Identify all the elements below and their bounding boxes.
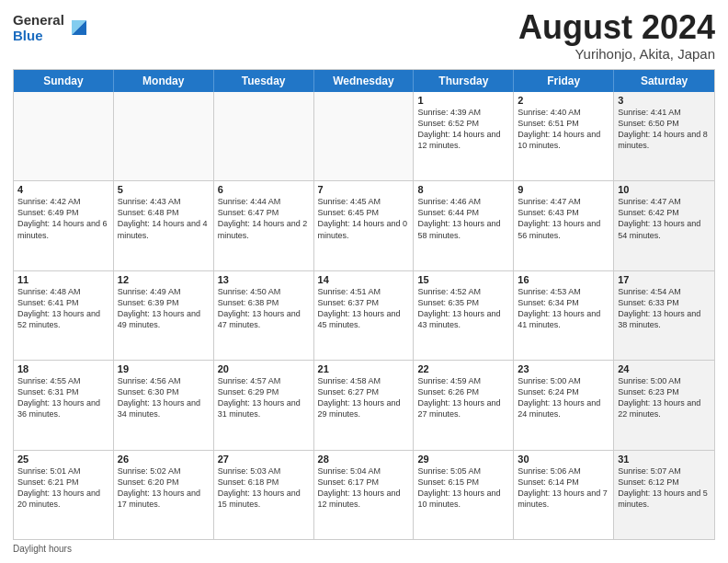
logo-blue: Blue — [13, 29, 64, 44]
day-number: 8 — [417, 184, 509, 195]
day-number: 18 — [17, 363, 109, 374]
cell-text: Sunrise: 5:03 AM Sunset: 6:18 PM Dayligh… — [218, 465, 310, 511]
calendar-cell: 11Sunrise: 4:48 AM Sunset: 6:41 PM Dayli… — [14, 271, 114, 360]
page: General Blue August 2024 Yurihonjo, Akit… — [0, 0, 728, 563]
day-number: 12 — [118, 274, 210, 285]
title-location: Yurihonjo, Akita, Japan — [518, 46, 715, 62]
day-number: 6 — [218, 184, 310, 195]
cell-text: Sunrise: 5:07 AM Sunset: 6:12 PM Dayligh… — [618, 465, 711, 511]
day-number: 21 — [318, 363, 410, 374]
cell-text: Sunrise: 4:48 AM Sunset: 6:41 PM Dayligh… — [17, 286, 109, 331]
cell-text: Sunrise: 5:04 AM Sunset: 6:17 PM Dayligh… — [318, 465, 410, 511]
cell-text: Sunrise: 4:42 AM Sunset: 6:49 PM Dayligh… — [17, 196, 109, 241]
calendar-cell: 31Sunrise: 5:07 AM Sunset: 6:12 PM Dayli… — [614, 451, 714, 539]
calendar-cell — [114, 92, 214, 180]
day-number: 5 — [118, 184, 210, 195]
day-number: 10 — [618, 184, 711, 195]
calendar-cell: 3Sunrise: 4:41 AM Sunset: 6:50 PM Daylig… — [614, 92, 714, 180]
logo-icon — [66, 15, 92, 40]
day-number: 16 — [518, 274, 609, 285]
calendar-row: 4Sunrise: 4:42 AM Sunset: 6:49 PM Daylig… — [14, 181, 714, 270]
cell-text: Sunrise: 4:50 AM Sunset: 6:38 PM Dayligh… — [218, 286, 310, 331]
cell-text: Sunrise: 4:47 AM Sunset: 6:42 PM Dayligh… — [618, 196, 711, 241]
cell-text: Sunrise: 4:57 AM Sunset: 6:29 PM Dayligh… — [218, 375, 310, 420]
calendar: SundayMondayTuesdayWednesdayThursdayFrid… — [13, 69, 715, 540]
cell-text: Sunrise: 4:44 AM Sunset: 6:47 PM Dayligh… — [218, 196, 310, 241]
calendar-cell: 21Sunrise: 4:58 AM Sunset: 6:27 PM Dayli… — [314, 361, 415, 449]
calendar-header-cell: Wednesday — [314, 70, 415, 92]
cell-text: Sunrise: 4:58 AM Sunset: 6:27 PM Dayligh… — [318, 375, 410, 420]
cell-text: Sunrise: 4:52 AM Sunset: 6:35 PM Dayligh… — [417, 286, 509, 331]
title-block: August 2024 Yurihonjo, Akita, Japan — [518, 9, 715, 62]
calendar-cell — [314, 92, 415, 180]
day-number: 4 — [17, 184, 109, 195]
logo-text: General Blue — [13, 13, 64, 43]
calendar-cell: 15Sunrise: 4:52 AM Sunset: 6:35 PM Dayli… — [414, 271, 514, 360]
day-number: 22 — [417, 363, 509, 374]
calendar-cell: 29Sunrise: 5:05 AM Sunset: 6:15 PM Dayli… — [414, 451, 514, 539]
calendar-cell: 19Sunrise: 4:56 AM Sunset: 6:30 PM Dayli… — [114, 361, 214, 449]
calendar-cell: 17Sunrise: 4:54 AM Sunset: 6:33 PM Dayli… — [614, 271, 714, 360]
day-number: 31 — [618, 454, 711, 465]
calendar-cell: 5Sunrise: 4:43 AM Sunset: 6:48 PM Daylig… — [114, 181, 214, 270]
calendar-header-row: SundayMondayTuesdayWednesdayThursdayFrid… — [14, 70, 714, 92]
calendar-cell: 30Sunrise: 5:06 AM Sunset: 6:14 PM Dayli… — [514, 451, 614, 539]
day-number: 20 — [218, 363, 310, 374]
calendar-cell: 18Sunrise: 4:55 AM Sunset: 6:31 PM Dayli… — [14, 361, 114, 449]
calendar-cell — [214, 92, 314, 180]
calendar-cell: 24Sunrise: 5:00 AM Sunset: 6:23 PM Dayli… — [614, 361, 714, 449]
calendar-cell: 16Sunrise: 4:53 AM Sunset: 6:34 PM Dayli… — [514, 271, 614, 360]
day-number: 26 — [118, 454, 210, 465]
calendar-cell: 1Sunrise: 4:39 AM Sunset: 6:52 PM Daylig… — [414, 92, 514, 180]
calendar-cell: 13Sunrise: 4:50 AM Sunset: 6:38 PM Dayli… — [214, 271, 314, 360]
calendar-header-cell: Sunday — [14, 70, 114, 92]
cell-text: Sunrise: 4:43 AM Sunset: 6:48 PM Dayligh… — [118, 196, 210, 241]
calendar-header-cell: Tuesday — [214, 70, 314, 92]
day-number: 11 — [17, 274, 109, 285]
calendar-cell: 2Sunrise: 4:40 AM Sunset: 6:51 PM Daylig… — [514, 92, 614, 180]
calendar-body: 1Sunrise: 4:39 AM Sunset: 6:52 PM Daylig… — [14, 92, 714, 539]
cell-text: Sunrise: 4:49 AM Sunset: 6:39 PM Dayligh… — [118, 286, 210, 331]
day-number: 24 — [618, 363, 711, 374]
calendar-row: 11Sunrise: 4:48 AM Sunset: 6:41 PM Dayli… — [14, 271, 714, 361]
cell-text: Sunrise: 4:39 AM Sunset: 6:52 PM Dayligh… — [417, 107, 509, 152]
cell-text: Sunrise: 5:06 AM Sunset: 6:14 PM Dayligh… — [518, 465, 609, 511]
day-number: 23 — [518, 363, 609, 374]
cell-text: Sunrise: 5:00 AM Sunset: 6:24 PM Dayligh… — [518, 375, 609, 420]
calendar-cell: 26Sunrise: 5:02 AM Sunset: 6:20 PM Dayli… — [114, 451, 214, 539]
logo: General Blue — [13, 13, 92, 43]
cell-text: Sunrise: 4:55 AM Sunset: 6:31 PM Dayligh… — [17, 375, 109, 420]
day-number: 17 — [618, 274, 711, 285]
cell-text: Sunrise: 4:47 AM Sunset: 6:43 PM Dayligh… — [518, 196, 609, 241]
calendar-cell: 7Sunrise: 4:45 AM Sunset: 6:45 PM Daylig… — [314, 181, 415, 270]
calendar-cell: 14Sunrise: 4:51 AM Sunset: 6:37 PM Dayli… — [314, 271, 415, 360]
cell-text: Sunrise: 5:00 AM Sunset: 6:23 PM Dayligh… — [618, 375, 711, 420]
day-number: 3 — [618, 95, 711, 106]
cell-text: Sunrise: 4:41 AM Sunset: 6:50 PM Dayligh… — [618, 107, 711, 152]
calendar-cell: 27Sunrise: 5:03 AM Sunset: 6:18 PM Dayli… — [214, 451, 314, 539]
calendar-cell: 6Sunrise: 4:44 AM Sunset: 6:47 PM Daylig… — [214, 181, 314, 270]
day-number: 1 — [417, 95, 509, 106]
calendar-header-cell: Saturday — [614, 70, 714, 92]
footer-note: Daylight hours — [13, 544, 715, 554]
calendar-header-cell: Monday — [114, 70, 214, 92]
day-number: 9 — [518, 184, 609, 195]
cell-text: Sunrise: 4:46 AM Sunset: 6:44 PM Dayligh… — [417, 196, 509, 241]
cell-text: Sunrise: 4:40 AM Sunset: 6:51 PM Dayligh… — [518, 107, 609, 152]
day-number: 30 — [518, 454, 609, 465]
day-number: 25 — [17, 454, 109, 465]
calendar-cell: 28Sunrise: 5:04 AM Sunset: 6:17 PM Dayli… — [314, 451, 415, 539]
day-number: 19 — [118, 363, 210, 374]
day-number: 29 — [417, 454, 509, 465]
cell-text: Sunrise: 4:59 AM Sunset: 6:26 PM Dayligh… — [417, 375, 509, 420]
cell-text: Sunrise: 4:54 AM Sunset: 6:33 PM Dayligh… — [618, 286, 711, 331]
calendar-cell: 12Sunrise: 4:49 AM Sunset: 6:39 PM Dayli… — [114, 271, 214, 360]
cell-text: Sunrise: 5:01 AM Sunset: 6:21 PM Dayligh… — [17, 465, 109, 511]
calendar-header-cell: Thursday — [414, 70, 514, 92]
calendar-cell: 20Sunrise: 4:57 AM Sunset: 6:29 PM Dayli… — [214, 361, 314, 449]
calendar-cell: 10Sunrise: 4:47 AM Sunset: 6:42 PM Dayli… — [614, 181, 714, 270]
day-number: 28 — [318, 454, 410, 465]
cell-text: Sunrise: 5:05 AM Sunset: 6:15 PM Dayligh… — [417, 465, 509, 511]
calendar-cell — [14, 92, 114, 180]
calendar-header-cell: Friday — [514, 70, 614, 92]
